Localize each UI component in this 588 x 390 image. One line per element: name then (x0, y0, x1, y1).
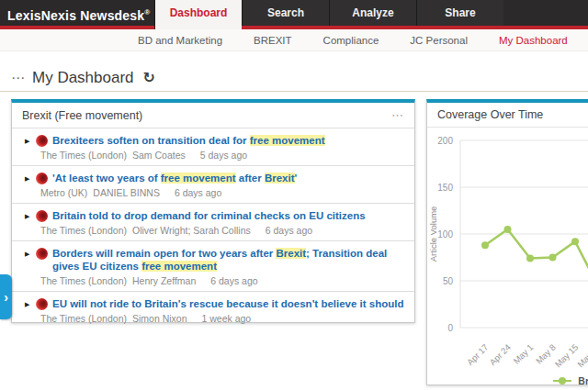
coverage-widget-title: Coverage Over Time (437, 108, 543, 121)
list-item: ▶Britain told to drop demand for crimina… (12, 203, 414, 240)
brand-name: LexisNexis Newsdesk (7, 8, 144, 23)
dashboard-header: ⋯ My Dashboard ↻ (0, 51, 588, 92)
expander-icon[interactable]: ▶ (25, 247, 36, 286)
search-term-highlight: free movement (141, 261, 217, 272)
sidebar-flyout-handle[interactable]: › (0, 274, 12, 319)
title-text: 'At least two years of (52, 173, 161, 184)
article-link[interactable]: EU will not ride to Britain's rescue bec… (52, 297, 405, 310)
chevron-right-icon: › (4, 290, 8, 305)
x-tick-label: Apr 17 (465, 342, 491, 368)
refresh-icon[interactable]: ↻ (143, 69, 155, 86)
title-text: ' (295, 173, 298, 184)
y-tick-label: 150 (437, 183, 453, 193)
coverage-widget-header: Coverage Over Time (427, 103, 588, 128)
search-term-highlight: free movement (250, 135, 325, 146)
source-logo-icon[interactable] (36, 248, 48, 260)
chart-point[interactable] (481, 241, 489, 249)
news-list: ▶Brexiteers soften on transition deal fo… (12, 128, 414, 329)
chart-area: 050100150200Article VolumeApr 17Apr 24Ma… (427, 128, 588, 386)
list-item: ▶Brexiteers soften on transition deal fo… (12, 128, 414, 165)
chart-point[interactable] (526, 255, 534, 262)
article-body: Britain told to drop demand for criminal… (52, 209, 405, 236)
news-widget-menu-icon[interactable]: ⋯ (391, 108, 403, 122)
article-source: Metro (UK) (40, 187, 87, 198)
article-body: Brexiteers soften on transition deal for… (52, 134, 405, 161)
list-item: ▶'At least two years of free movement af… (12, 165, 414, 203)
article-byline: The Times (London)Henry Zeffman6 days ag… (40, 275, 405, 286)
expander-icon[interactable]: ▶ (25, 134, 36, 161)
article-link[interactable]: Borders will remain open for two years a… (52, 247, 405, 273)
dashboard-menu-icon[interactable]: ⋯ (11, 70, 25, 86)
search-term-highlight: Brexit (265, 173, 295, 184)
tab-share[interactable]: Share (416, 0, 503, 26)
title-text: Brexiteers soften on transition deal for (52, 135, 250, 146)
article-age: 6 days ago (266, 225, 312, 236)
source-logo-icon[interactable] (36, 210, 48, 222)
article-body: 'At least two years of free movement aft… (52, 172, 405, 198)
coverage-chart: 050100150200Article VolumeApr 17Apr 24Ma… (427, 129, 588, 370)
chart-point[interactable] (504, 226, 512, 233)
registered-mark: ® (144, 8, 150, 17)
article-source: The Times (London) (40, 313, 127, 324)
tab-dashboard[interactable]: Dashboard (154, 0, 242, 29)
legend-marker-icon (552, 376, 572, 385)
title-text: after (236, 173, 265, 184)
legend-label: Brexit (Free movement) (578, 375, 588, 386)
article-author: Simon Nixon (132, 313, 187, 324)
expander-icon[interactable]: ▶ (25, 172, 36, 198)
app-window: LexisNexis Newsdesk® Dashboard Search An… (0, 0, 588, 390)
article-author: DANIEL BINNS (93, 187, 160, 198)
article-age: 5 days ago (200, 150, 247, 161)
article-age: 1 week ago (202, 313, 252, 324)
list-item: ▶Borders will remain open for two years … (12, 240, 414, 291)
news-widget-header: Brexit (Free movement) ⋯ (12, 103, 414, 128)
y-axis-label: Article Volume (428, 206, 438, 262)
title-text: Britain told to drop demand for criminal… (52, 210, 366, 221)
news-widget-title: Brexit (Free movement) (22, 109, 142, 122)
article-author: Sam Coates (132, 150, 186, 161)
chart-line (485, 229, 588, 285)
x-tick-label: May 15 (553, 342, 581, 370)
article-byline: The Times (London)Simon Nixon1 week ago (40, 313, 405, 324)
main-tabs: Dashboard Search Analyze Share (154, 0, 503, 29)
source-logo-icon[interactable] (36, 135, 48, 147)
coverage-widget: Coverage Over Time 050100150200Article V… (426, 99, 588, 385)
article-byline: Metro (UK)DANIEL BINNS6 days ago (40, 187, 405, 198)
subnav-my-dashboard[interactable]: My Dashboard (499, 35, 568, 46)
article-link[interactable]: Britain told to drop demand for criminal… (52, 209, 405, 222)
chart-legend: Brexit (Free movement) (427, 375, 588, 386)
subnav-jc-personal[interactable]: JC Personal (410, 35, 468, 46)
y-tick-label: 0 (447, 323, 453, 333)
subnav-compliance[interactable]: Compliance (323, 35, 379, 46)
y-tick-label: 100 (437, 229, 453, 240)
title-text: Borders will remain open for two years a… (52, 248, 276, 259)
search-term-highlight: Brexit (276, 248, 306, 259)
news-widget: Brexit (Free movement) ⋯ ▶Brexiteers sof… (11, 99, 415, 323)
tab-analyze[interactable]: Analyze (329, 0, 416, 26)
subnav-bd-and-marketing[interactable]: BD and Marketing (138, 35, 222, 46)
x-tick-label: Apr 24 (487, 342, 513, 368)
top-nav: LexisNexis Newsdesk® Dashboard Search An… (0, 0, 588, 29)
page-title: My Dashboard (32, 69, 134, 87)
article-source: The Times (London) (40, 150, 127, 161)
search-term-highlight: free movement (161, 173, 236, 184)
chart-point[interactable] (571, 238, 579, 245)
subnav-brexit[interactable]: BREXIT (254, 35, 292, 46)
y-tick-label: 200 (437, 136, 453, 146)
article-link[interactable]: Brexiteers soften on transition deal for… (52, 134, 405, 147)
article-age: 6 days ago (175, 187, 221, 198)
article-byline: The Times (London)Oliver Wright; Sarah C… (40, 225, 405, 236)
title-text: EU will not ride to Britain's rescue bec… (52, 298, 404, 309)
source-logo-icon[interactable] (36, 173, 48, 184)
article-source: The Times (London) (40, 275, 127, 286)
expander-icon[interactable]: ▶ (25, 297, 36, 324)
dashboard-subnav: BD and Marketing BREXIT Compliance JC Pe… (0, 29, 588, 51)
source-logo-icon[interactable] (36, 298, 48, 310)
article-source: The Times (London) (40, 225, 127, 236)
x-tick-label: May 22 (575, 342, 588, 370)
chart-point[interactable] (549, 254, 557, 262)
tab-search[interactable]: Search (242, 0, 329, 26)
expander-icon[interactable]: ▶ (25, 209, 36, 236)
article-byline: The Times (London)Sam Coates5 days ago (40, 150, 405, 161)
article-link[interactable]: 'At least two years of free movement aft… (52, 172, 405, 184)
